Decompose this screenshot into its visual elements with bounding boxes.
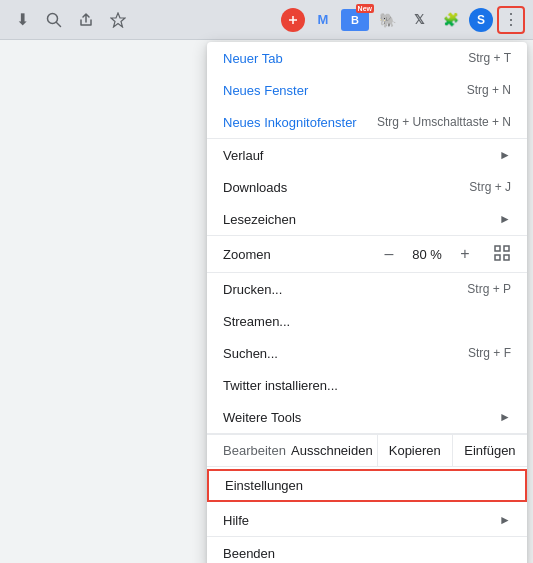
menu-label-einstellungen: Einstellungen [225, 478, 509, 493]
ext-blue-new-icon[interactable]: B New [341, 9, 369, 31]
ext-elephant-icon[interactable]: 🐘 [373, 6, 401, 34]
menu-shortcut-new-window: Strg + N [467, 83, 511, 97]
menu-shortcut-drucken: Strg + P [467, 282, 511, 296]
svg-rect-8 [495, 255, 500, 260]
menu-section-zoom: Zoomen – 80 % + [207, 236, 527, 273]
menu-shortcut-incognito: Strg + Umschalttaste + N [377, 115, 511, 129]
edit-label: Bearbeiten [207, 443, 287, 458]
menu-section-tools: Drucken... Strg + P Streamen... Suchen..… [207, 273, 527, 434]
menu-item-kopieren[interactable]: Kopieren [378, 435, 453, 466]
menu-label-incognito: Neues Inkognitofenster [223, 115, 377, 130]
ext-new-badge: New [356, 4, 374, 13]
menu-section-settings: Einstellungen Hilfe ► [207, 469, 527, 537]
svg-marker-2 [111, 13, 125, 27]
zoom-in-button[interactable]: + [453, 242, 477, 266]
menu-item-drucken[interactable]: Drucken... Strg + P [207, 273, 527, 305]
menu-label-verlauf: Verlauf [223, 148, 491, 163]
menu-item-new-tab[interactable]: Neuer Tab Strg + T [207, 42, 527, 74]
ext-puzzle-icon[interactable]: 🧩 [437, 6, 465, 34]
menu-label-downloads: Downloads [223, 180, 469, 195]
menu-item-verlauf[interactable]: Verlauf ► [207, 139, 527, 171]
menu-label-new-window: Neues Fenster [223, 83, 467, 98]
menu-item-hilfe[interactable]: Hilfe ► [207, 504, 527, 536]
svg-rect-9 [504, 255, 509, 260]
menu-shortcut-suchen: Strg + F [468, 346, 511, 360]
star-toolbar-icon[interactable] [104, 6, 132, 34]
menu-item-einstellungen[interactable]: Einstellungen [207, 469, 527, 502]
zoom-controls: – 80 % + [377, 242, 511, 266]
menu-section-quit: Beenden [207, 537, 527, 563]
ext-red-icon[interactable] [281, 8, 305, 32]
lesezeichen-arrow-icon: ► [499, 212, 511, 226]
fullscreen-button[interactable] [493, 244, 511, 265]
svg-line-1 [57, 22, 61, 26]
menu-label-streamen: Streamen... [223, 314, 511, 329]
chrome-menu-button[interactable]: ⋮ [497, 6, 525, 34]
menu-label-suchen: Suchen... [223, 346, 468, 361]
ext-mail-icon[interactable]: M [309, 6, 337, 34]
menu-item-weitere-tools[interactable]: Weitere Tools ► [207, 401, 527, 433]
menu-label-twitter: Twitter installieren... [223, 378, 511, 393]
zoom-toolbar-icon[interactable] [40, 6, 68, 34]
avatar[interactable]: S [469, 8, 493, 32]
menu-item-incognito[interactable]: Neues Inkognitofenster Strg + Umschaltta… [207, 106, 527, 138]
ext-x-icon[interactable]: 𝕏 [405, 6, 433, 34]
zoom-out-button[interactable]: – [377, 242, 401, 266]
weitere-tools-arrow-icon: ► [499, 410, 511, 424]
menu-item-streamen[interactable]: Streamen... [207, 305, 527, 337]
menu-section-history: Verlauf ► Downloads Strg + J Lesezeichen… [207, 139, 527, 236]
menu-label-beenden: Beenden [223, 546, 511, 561]
chrome-menu-dropdown: Neuer Tab Strg + T Neues Fenster Strg + … [207, 42, 527, 563]
menu-shortcut-downloads: Strg + J [469, 180, 511, 194]
menu-label-new-tab: Neuer Tab [223, 51, 468, 66]
svg-rect-7 [504, 246, 509, 251]
verlauf-arrow-icon: ► [499, 148, 511, 162]
menu-item-twitter[interactable]: Twitter installieren... [207, 369, 527, 401]
menu-item-lesezeichen[interactable]: Lesezeichen ► [207, 203, 527, 235]
menu-label-drucken: Drucken... [223, 282, 467, 297]
menu-label-hilfe: Hilfe [223, 513, 491, 528]
menu-item-downloads[interactable]: Downloads Strg + J [207, 171, 527, 203]
zoom-row: Zoomen – 80 % + [207, 236, 527, 272]
menu-item-ausschneiden[interactable]: Ausschneiden [287, 435, 378, 466]
menu-item-einfuegen[interactable]: Einfügen [453, 435, 527, 466]
svg-rect-6 [495, 246, 500, 251]
hilfe-arrow-icon: ► [499, 513, 511, 527]
menu-label-weitere-tools: Weitere Tools [223, 410, 491, 425]
share-toolbar-icon[interactable] [72, 6, 100, 34]
toolbar: ⬇ M B New 🐘 𝕏 🧩 S ⋮ [0, 0, 533, 40]
menu-section-edit: Bearbeiten Ausschneiden Kopieren Einfüge… [207, 434, 527, 467]
menu-section-new: Neuer Tab Strg + T Neues Fenster Strg + … [207, 42, 527, 139]
zoom-label: Zoomen [223, 247, 303, 262]
menu-item-beenden[interactable]: Beenden [207, 537, 527, 563]
download-toolbar-icon[interactable]: ⬇ [8, 6, 36, 34]
menu-item-suchen[interactable]: Suchen... Strg + F [207, 337, 527, 369]
menu-shortcut-new-tab: Strg + T [468, 51, 511, 65]
menu-item-new-window[interactable]: Neues Fenster Strg + N [207, 74, 527, 106]
menu-label-lesezeichen: Lesezeichen [223, 212, 491, 227]
zoom-value-display: 80 % [409, 247, 445, 262]
